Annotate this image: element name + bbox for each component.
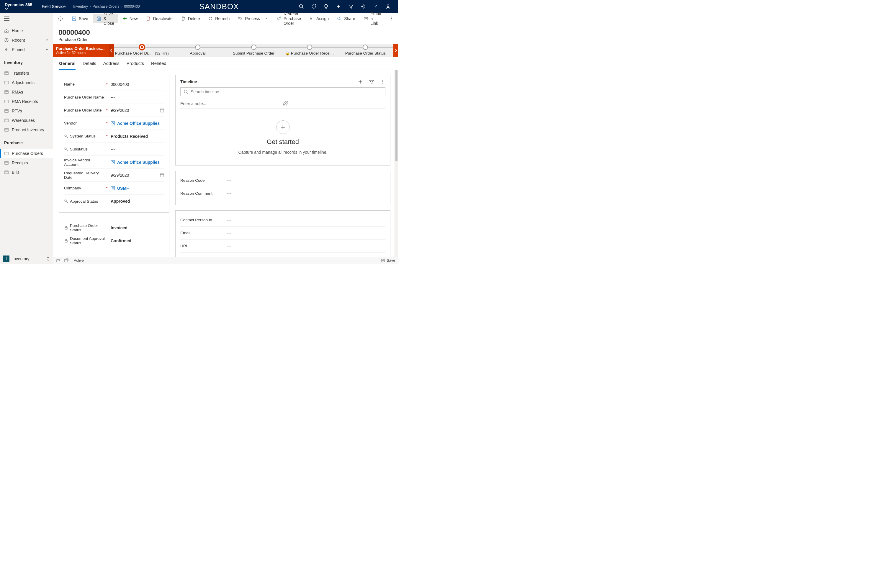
process-stage[interactable]: 🔒Purchase Order Recei...: [282, 45, 337, 57]
cmd-delete-button[interactable]: Delete: [177, 14, 204, 23]
field-company[interactable]: Company * USMF: [64, 182, 164, 195]
sidebar-item[interactable]: RTVs: [0, 106, 53, 116]
process-stage[interactable]: Approval: [170, 45, 225, 57]
calendar-icon[interactable]: [160, 173, 164, 178]
filter-icon[interactable]: [348, 3, 354, 9]
field-substatus[interactable]: Substatus ---: [64, 143, 164, 156]
field-vendor[interactable]: Vendor * Acme Office Supplies: [64, 117, 164, 130]
plus-icon[interactable]: [358, 79, 363, 84]
cmd-new-button[interactable]: New: [118, 14, 142, 23]
field-name[interactable]: Name * 00000400: [64, 78, 164, 91]
field-value[interactable]: ---: [108, 95, 164, 100]
process-stage[interactable]: Purchase Order Dr... (32 Hrs): [114, 45, 170, 57]
breadcrumb-item[interactable]: Inventory: [73, 4, 88, 9]
field-value[interactable]: 9/29/2020: [108, 173, 164, 178]
field-value-link[interactable]: Acme Office Supplies: [108, 160, 164, 165]
user-icon[interactable]: [385, 3, 391, 9]
sidebar-item[interactable]: Purchase Orders: [0, 149, 53, 158]
calendar-icon[interactable]: [160, 108, 164, 113]
process-flag[interactable]: Purchase Order Business ... Active for 3…: [53, 44, 109, 57]
cmd-share-button[interactable]: Share: [333, 14, 359, 23]
tab-details[interactable]: Details: [82, 61, 96, 70]
field-value[interactable]: ---: [225, 218, 386, 222]
sidebar-item[interactable]: RMAs: [0, 87, 53, 97]
vertical-scrollbar[interactable]: [394, 70, 398, 256]
cmd-process-button[interactable]: Process: [234, 14, 272, 23]
sidebar-item-recent[interactable]: Recent: [0, 35, 53, 45]
gear-icon[interactable]: [360, 3, 366, 9]
process-next-button[interactable]: [393, 44, 398, 57]
sidebar-item[interactable]: Product Inventory: [0, 125, 53, 135]
sidebar-item-home[interactable]: Home: [0, 26, 53, 35]
sidebar-item[interactable]: RMA Receipts: [0, 97, 53, 106]
field-po-date[interactable]: Purchase Order Date * 9/29/2020: [64, 104, 164, 117]
field-email[interactable]: Email ---: [180, 226, 386, 240]
field-value-link[interactable]: Acme Office Supplies: [108, 121, 164, 126]
cmd-refreshpo-button[interactable]: Refresh Purchase Order: [273, 14, 305, 23]
svg-point-24: [391, 18, 392, 19]
timeline-note-input[interactable]: Enter a note...: [180, 99, 386, 109]
field-system-status[interactable]: System Status * Products Received: [64, 130, 164, 143]
tab-related[interactable]: Related: [151, 61, 166, 70]
cmd-assign-button[interactable]: Assign: [305, 14, 333, 23]
sidebar-item[interactable]: Bills: [0, 168, 53, 177]
field-approval-status[interactable]: Approval Status Approved: [64, 195, 164, 208]
tab-address[interactable]: Address: [103, 61, 120, 70]
popout-icon[interactable]: [56, 258, 60, 262]
sidebar-item[interactable]: Transfers: [0, 69, 53, 78]
cmd-save-button[interactable]: Save: [68, 14, 92, 23]
tab-products[interactable]: Products: [127, 61, 144, 70]
field-value[interactable]: ---: [225, 178, 386, 183]
field-value-link[interactable]: USMF: [108, 186, 164, 190]
sidebar-item[interactable]: Warehouses: [0, 116, 53, 125]
field-url[interactable]: URL ---: [180, 240, 386, 252]
field-value[interactable]: ---: [225, 191, 386, 196]
lightbulb-icon[interactable]: [323, 3, 329, 9]
breadcrumb-item[interactable]: Purchase Orders: [93, 4, 120, 9]
field-value[interactable]: 9/29/2020: [108, 108, 164, 113]
cmd-saveclose-button[interactable]: Save & Close: [93, 14, 118, 23]
process-stage[interactable]: Purchase Order Status: [338, 45, 393, 57]
more-icon[interactable]: [380, 79, 386, 84]
tab-general[interactable]: General: [59, 61, 75, 70]
field-po-name[interactable]: Purchase Order Name ---: [64, 91, 164, 104]
field-value[interactable]: 00000400: [108, 82, 164, 87]
scrollbar-thumb[interactable]: [395, 70, 398, 161]
sidebar-area-switcher[interactable]: I Inventory: [0, 253, 53, 264]
process-stage[interactable]: Submit Purchase Order: [226, 45, 282, 57]
timeline-search[interactable]: [180, 87, 386, 96]
cmd-back-button[interactable]: [54, 14, 67, 23]
help-icon[interactable]: [373, 3, 379, 9]
process-prev-button[interactable]: [109, 44, 114, 57]
sidebar-item[interactable]: Receipts: [0, 158, 53, 168]
field-value[interactable]: Approved: [108, 199, 164, 204]
field-contact-person[interactable]: Contact Person Id ---: [180, 214, 386, 226]
field-reason-comment[interactable]: Reason Comment ---: [180, 187, 386, 200]
search-icon[interactable]: [298, 3, 304, 9]
sidebar-item-pinned[interactable]: Pinned: [0, 45, 53, 54]
app-brand[interactable]: Dynamics 365: [5, 2, 34, 10]
hamburger-icon[interactable]: [4, 16, 9, 21]
field-value[interactable]: ---: [108, 147, 164, 152]
field-value[interactable]: ---: [225, 244, 386, 248]
cmd-refresh-button[interactable]: Refresh: [204, 14, 233, 23]
timeline-add-button[interactable]: +: [276, 120, 290, 134]
field-requested-delivery[interactable]: Requested Delivery Date 9/29/2020: [64, 169, 164, 182]
cmd-email-button[interactable]: Email a Link: [360, 14, 385, 23]
breadcrumb-item[interactable]: 00000400: [124, 4, 140, 9]
app-module[interactable]: Field Service: [42, 4, 66, 9]
popout-new-icon[interactable]: [64, 258, 69, 262]
filter-icon[interactable]: [369, 79, 374, 84]
cmd-overflow-button[interactable]: [386, 16, 397, 21]
field-value[interactable]: Products Received: [108, 134, 164, 139]
field-reason-code[interactable]: Reason Code ---: [180, 174, 386, 187]
field-value[interactable]: ---: [225, 231, 386, 236]
cmd-deactivate-button[interactable]: Deactivate: [142, 14, 177, 23]
sidebar-item[interactable]: Adjustments: [0, 78, 53, 87]
attachment-icon[interactable]: [283, 101, 386, 106]
plus-icon[interactable]: [336, 3, 341, 9]
footer-save-button[interactable]: Save: [381, 258, 395, 262]
timeline-search-input[interactable]: [190, 89, 382, 94]
field-invoice-vendor[interactable]: Invoice Vendor Account Acme Office Suppl…: [64, 156, 164, 169]
target-icon[interactable]: [311, 3, 316, 9]
